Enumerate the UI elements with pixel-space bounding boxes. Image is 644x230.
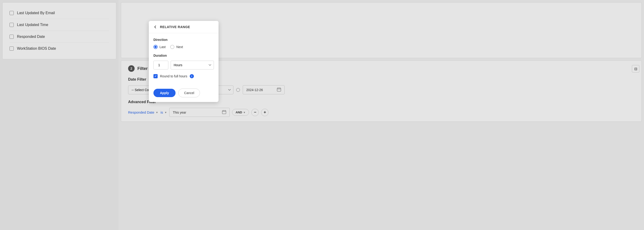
direction-label: Direction [154,38,214,42]
popup-header: RELATIVE RANGE [149,21,218,33]
last-radio-label: Last [160,45,166,49]
popup-footer: Apply Cancel [149,88,218,102]
next-radio-circle [170,45,174,49]
duration-label: Duration [154,54,214,57]
cancel-button[interactable]: Cancel [178,88,200,97]
duration-input[interactable] [154,61,168,69]
relative-range-popup: RELATIVE RANGE Direction Last Next Durat… [149,21,218,102]
last-radio-circle [154,45,158,49]
popup-body: Direction Last Next Duration Hours [149,33,218,88]
apply-button[interactable]: Apply [154,89,176,97]
popup-overlay [0,0,644,230]
round-hours-row: ✓ Round to full hours i [154,74,214,78]
back-arrow-btn[interactable] [154,25,157,29]
next-radio-option[interactable]: Next [170,45,183,49]
direction-row: Last Next [154,45,214,49]
info-icon[interactable]: i [190,74,194,78]
popup-title: RELATIVE RANGE [160,25,190,29]
next-radio-label: Next [176,45,183,49]
page-wrapper: Last Updated By Email Last Updated Time … [0,0,644,230]
last-radio-option[interactable]: Last [154,45,166,49]
duration-unit-select[interactable]: Hours Minutes Days Weeks Months Years [171,61,214,69]
round-hours-label: Round to full hours [160,74,188,78]
checkmark-icon: ✓ [154,75,157,78]
last-radio-inner [154,46,157,48]
round-hours-checkbox[interactable]: ✓ [154,74,158,78]
duration-row: Hours Minutes Days Weeks Months Years [154,61,214,69]
